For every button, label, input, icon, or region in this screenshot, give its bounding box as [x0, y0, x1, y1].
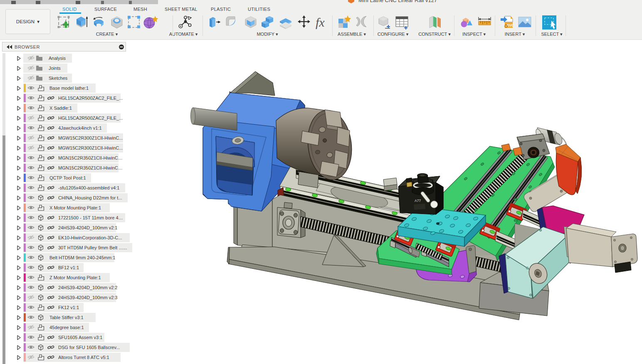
svg-text:A77: A77: [415, 199, 421, 203]
svg-text:fx: fx: [316, 15, 325, 29]
